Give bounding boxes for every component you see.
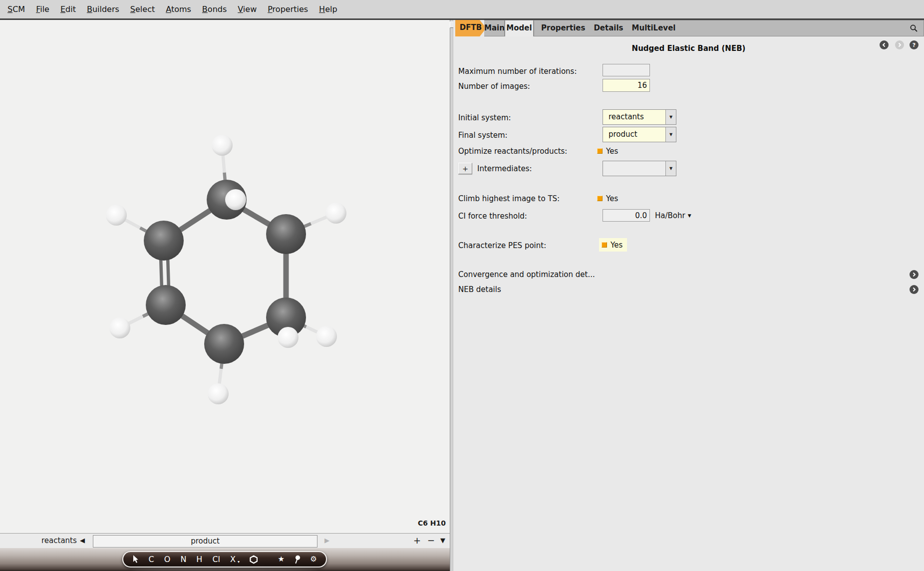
element-button-cl[interactable]: Cl	[212, 556, 220, 564]
characterize-checkbox[interactable]: Yes	[599, 238, 627, 252]
tab-row: DFTB Main Model Properties Details Multi…	[453, 20, 924, 36]
page-title: Nudged Elastic Band (NEB)	[453, 44, 924, 53]
num-images-input[interactable]: 16	[603, 79, 650, 92]
prev-frame-icon[interactable]: ◀	[80, 534, 85, 548]
climb-checkbox-icon[interactable]	[597, 196, 603, 201]
optimize-label: Optimize reactants/products:	[458, 145, 567, 157]
element-button-c[interactable]: C	[149, 556, 154, 564]
menu-bonds[interactable]: Bonds	[197, 4, 232, 14]
max-iterations-label: Maximum number of iterations:	[458, 65, 577, 77]
initial-system-dropdown-icon[interactable]: ▼	[665, 110, 676, 124]
initial-system-label: Initial system:	[458, 111, 511, 124]
num-images-value: 16	[603, 81, 649, 90]
structures-tool-icon[interactable]: ★	[278, 556, 284, 563]
menu-atoms[interactable]: Atoms	[160, 4, 197, 14]
max-iterations-input[interactable]	[603, 64, 650, 76]
ci-force-unit-selector[interactable]: Ha/Bohr ▼	[655, 209, 691, 222]
element-picker-button[interactable]: X	[230, 556, 236, 564]
menu-select[interactable]: Select	[125, 4, 160, 14]
final-system-dropdown-icon[interactable]: ▼	[665, 127, 676, 142]
tab-model-active[interactable]: Model	[505, 20, 534, 36]
menu-scm[interactable]: SCM	[2, 4, 30, 14]
intermediates-combo[interactable]: ▼	[603, 161, 676, 176]
panel-sash[interactable]	[450, 20, 453, 571]
frame-tab-product[interactable]: product	[93, 535, 317, 548]
pointer-tool-icon[interactable]	[132, 555, 139, 564]
intermediates-dropdown-icon[interactable]: ▼	[665, 161, 676, 176]
element-picker-caret-icon: ▾	[238, 560, 240, 567]
num-images-label: Number of images:	[458, 80, 530, 92]
characterize-label: Characterize PES point:	[458, 239, 546, 252]
tab-dftb[interactable]: DFTB	[455, 20, 486, 36]
toolbar-reflection	[132, 568, 317, 571]
viewport-floor: C O N H Cl X ▾ ★ ⚙	[0, 548, 450, 571]
tab-multilevel[interactable]: MultiLevel	[630, 20, 678, 36]
add-frame-button[interactable]: +	[413, 534, 421, 548]
final-system-label: Final system:	[458, 129, 508, 141]
neb-details-link[interactable]: NEB details	[458, 285, 501, 294]
ci-force-value: 0.0	[603, 211, 649, 220]
ci-force-unit-label: Ha/Bohr	[655, 211, 685, 220]
frames-strip: reactants ◀ product ▶ + − ▼	[0, 533, 450, 548]
element-button-n[interactable]: N	[180, 556, 186, 564]
quick-toolbar: C O N H Cl X ▾ ★ ⚙	[122, 551, 327, 568]
characterize-checkbox-icon[interactable]	[602, 242, 607, 248]
initial-system-combo[interactable]: reactants ▼	[603, 109, 676, 125]
tab-main[interactable]: Main	[484, 20, 505, 36]
optimize-checkbox-icon[interactable]	[597, 148, 603, 154]
ci-force-input[interactable]: 0.0	[603, 209, 650, 222]
menu-file[interactable]: File	[30, 4, 55, 14]
menu-builders[interactable]: Builders	[81, 4, 125, 14]
tab-details[interactable]: Details	[592, 20, 625, 36]
climb-checkbox[interactable]: Yes	[597, 193, 618, 204]
menu-properties[interactable]: Properties	[262, 4, 313, 14]
intermediates-label: Intermediates:	[477, 163, 532, 174]
convergence-details-chevron-icon[interactable]	[910, 270, 919, 279]
climb-label: Climb highest image to TS:	[458, 193, 560, 204]
input-panel: DFTB Main Model Properties Details Multi…	[453, 20, 924, 571]
molecule-render[interactable]	[0, 20, 450, 533]
frames-menu-icon[interactable]: ▼	[440, 534, 445, 548]
molecule-viewport[interactable]: C6 H10	[0, 20, 450, 533]
tab-bar: Properties Details MultiLevel	[534, 20, 924, 36]
intermediates-value	[603, 161, 665, 176]
settings-tool-icon[interactable]: ⚙	[310, 556, 317, 563]
initial-system-value: reactants	[603, 110, 665, 124]
final-system-value: product	[603, 127, 665, 142]
search-icon[interactable]	[909, 23, 919, 33]
climb-value: Yes	[606, 194, 618, 203]
add-intermediate-button[interactable]: +	[458, 163, 472, 174]
unit-dropdown-icon: ▼	[688, 213, 691, 218]
menubar: SCM File Edit Builders Select Atoms Bond…	[0, 0, 924, 20]
final-system-combo[interactable]: product ▼	[603, 127, 676, 142]
balloon-tool-icon[interactable]	[295, 555, 301, 564]
menu-edit[interactable]: Edit	[55, 4, 81, 14]
optimize-value: Yes	[606, 147, 618, 156]
ring-structure-tool-icon[interactable]	[250, 555, 258, 564]
next-frame-icon[interactable]: ▶	[324, 534, 329, 548]
element-button-h[interactable]: H	[196, 556, 202, 564]
characterize-value: Yes	[611, 241, 622, 250]
remove-frame-button[interactable]: −	[427, 534, 435, 548]
amsinput-window: SCM File Edit Builders Select Atoms Bond…	[0, 0, 924, 571]
menu-help[interactable]: Help	[313, 4, 342, 14]
menu-view[interactable]: View	[232, 4, 262, 14]
optimize-checkbox[interactable]: Yes	[597, 145, 618, 157]
convergence-details-link[interactable]: Convergence and optimization det...	[458, 270, 595, 280]
ci-force-label: CI force threshold:	[458, 210, 527, 222]
frame-tab-reactants[interactable]: reactants	[41, 534, 77, 548]
tab-properties[interactable]: Properties	[539, 20, 587, 36]
element-button-o[interactable]: O	[164, 556, 171, 564]
formula-label: C6 H10	[418, 519, 446, 527]
neb-details-chevron-icon[interactable]	[910, 285, 919, 294]
